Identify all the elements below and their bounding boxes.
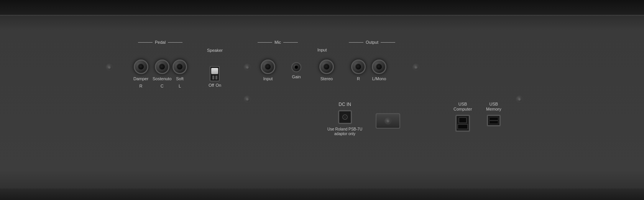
screw-5: + bbox=[516, 96, 523, 102]
covered-connector: + bbox=[376, 113, 400, 129]
usb-b-port[interactable] bbox=[455, 115, 470, 132]
screw-2: + bbox=[244, 64, 251, 71]
connector-screw: + bbox=[384, 117, 391, 124]
pedal-c-jack[interactable] bbox=[155, 60, 169, 74]
pedal-section-label: Pedal bbox=[138, 40, 182, 45]
top-bar bbox=[0, 0, 644, 15]
dc-in-port[interactable] bbox=[338, 110, 352, 124]
mic-input-port: Input bbox=[261, 60, 275, 81]
pedal-soft-port: Soft L bbox=[172, 60, 187, 89]
mic-input-jack[interactable] bbox=[261, 60, 275, 74]
pedal-l-jack[interactable] bbox=[172, 60, 187, 74]
mic-gain-knob[interactable] bbox=[291, 62, 301, 72]
mic-gain-port: Gain bbox=[291, 62, 301, 79]
output-r-jack[interactable] bbox=[351, 60, 366, 74]
usb-a-port[interactable] bbox=[487, 115, 501, 126]
screw-1: + bbox=[106, 64, 113, 71]
mic-section-label: Mic bbox=[258, 40, 298, 45]
output-lmono-jack[interactable] bbox=[372, 60, 386, 74]
screw-3: + bbox=[244, 96, 251, 102]
pedal-r-jack[interactable] bbox=[134, 60, 148, 74]
dc-in-section: DC IN Use Roland PSB-7U adaptor only bbox=[327, 102, 362, 136]
usb-memory-section: USB Memory bbox=[486, 102, 501, 126]
input-stereo-port: Stereo bbox=[319, 60, 334, 81]
output-lmono-port: L/Mono bbox=[372, 60, 386, 81]
bottom-bar bbox=[0, 188, 644, 200]
screw-4: + bbox=[412, 64, 419, 71]
pedal-sostenuto-port: Sostenuto C bbox=[153, 60, 172, 89]
input-stereo-jack[interactable] bbox=[319, 60, 334, 74]
speaker-switch[interactable] bbox=[210, 66, 220, 81]
output-r-port: R bbox=[351, 60, 366, 81]
speaker-section: Speaker Off On bbox=[207, 48, 223, 88]
input-label: Input bbox=[317, 46, 327, 53]
usb-computer-section: USB Computer bbox=[453, 102, 472, 132]
pedal-damper-port: Damper R bbox=[133, 60, 148, 89]
back-panel: + + + + + Pedal Damper R Sostenuto C Sof… bbox=[0, 0, 644, 200]
output-section-label: Output bbox=[349, 40, 395, 45]
